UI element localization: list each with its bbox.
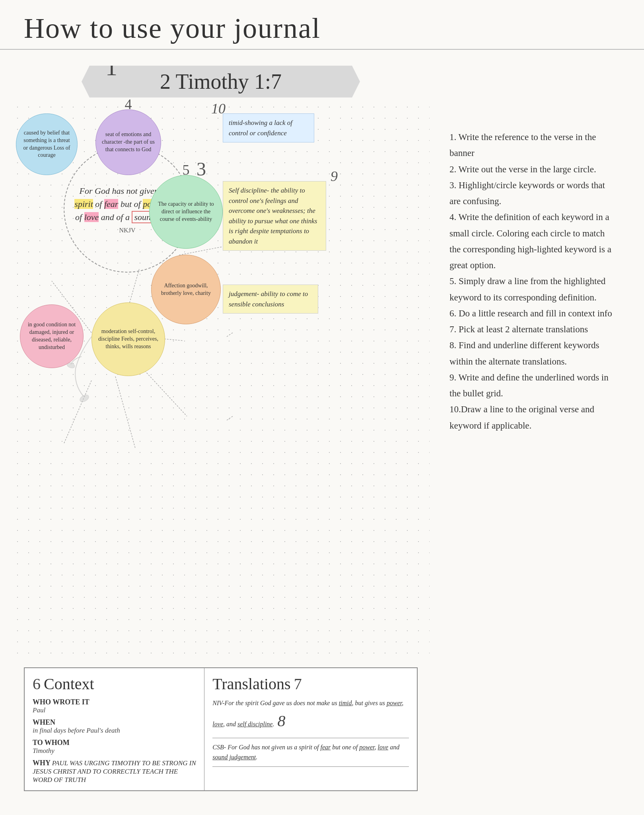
circle-mind-text: moderation self-control, discipline Feel…	[97, 328, 160, 351]
circle-power-text: The capacity or ability to direct or inf…	[154, 201, 218, 223]
translations-number: 7	[294, 675, 302, 693]
instruction-9: 9. Write and define the underlined words…	[449, 372, 609, 398]
bottom-section: 6 Context WHO WROTE IT Paul WHEN in fina…	[12, 659, 430, 815]
context-who-value: Paul	[33, 706, 196, 714]
banner-title: 2 Timothy 1:7	[160, 69, 282, 94]
circle-fear: caused by belief that something is a thr…	[16, 113, 78, 175]
underline-power: power	[387, 700, 402, 706]
def-box-judgement-text: judgement- ability to come to sensible c…	[229, 290, 308, 308]
underline-love2: love	[377, 744, 388, 751]
page-wrapper: How to use your journal 1 2 Timothy 1:7	[0, 0, 644, 815]
circle-spirit-text: seat of emotions and character -the part…	[101, 131, 156, 154]
translation-niv: NIV-For the spirit God gave us does not …	[212, 698, 409, 734]
instruction-4: 4. Write the definition of each keyword …	[449, 212, 611, 270]
page-title: How to use your journal	[24, 12, 620, 45]
circle-number-5: 5	[183, 160, 190, 180]
banner-ribbon: 1 2 Timothy 1:7	[82, 66, 360, 97]
underline-love: love	[212, 721, 223, 727]
translations-header: Translations 7	[212, 675, 409, 693]
context-header: 6 Context	[33, 675, 196, 693]
banner-section: 1 2 Timothy 1:7	[12, 62, 430, 101]
circle-mind: moderation self-control, discipline Feel…	[91, 302, 165, 376]
journal-area: 1 2 Timothy 1:7	[0, 58, 438, 815]
circle-love-text: Affection goodwill, brotherly love, char…	[156, 282, 216, 297]
instruction-7: 7. Pick at least 2 alternate translation…	[449, 324, 588, 334]
def-box-self-discipline: 9 Self discipline- the ability to contro…	[223, 181, 326, 251]
underline-sound-judgement: sound judgement	[212, 754, 256, 760]
context-column: 6 Context WHO WROTE IT Paul WHEN in fina…	[25, 668, 204, 790]
context-number: 6	[33, 675, 41, 693]
number-8: 8	[277, 712, 285, 730]
context-when-value: in final days before Paul's death	[33, 727, 196, 735]
translation-csb: CSB- For God has not given us a spirit o…	[212, 742, 409, 762]
instruction-2: 2. Write out the verse in the large circ…	[449, 164, 596, 174]
def-box-judgement: judgement- ability to come to sensible c…	[223, 285, 318, 314]
box-number-9: 9	[331, 166, 338, 187]
instruction-5: 5. Simply draw a line from the highlight…	[449, 276, 605, 302]
banner-number: 1	[105, 54, 117, 81]
translations-column: Translations 7 NIV-For the spirit God ga…	[204, 668, 417, 790]
keyword-fear: fear	[104, 199, 118, 209]
keyword-spirit: spirit	[74, 199, 93, 209]
verse-ref: NKJV	[119, 227, 136, 234]
bottom-table: 6 Context WHO WROTE IT Paul WHEN in fina…	[24, 667, 418, 791]
circle-power: 5 The capacity or ability to direct or i…	[149, 175, 223, 249]
dot-grid-area: 2 3 For God has not given us a spirit of…	[12, 101, 430, 659]
instruction-10: 10.Draw a line to the original verse and…	[449, 404, 594, 430]
circle-sound-text: in good condition not damaged, injured o…	[25, 321, 78, 351]
circle-love: Affection goodwill, brotherly love, char…	[151, 255, 221, 324]
circle-sound: in good condition not damaged, injured o…	[20, 304, 84, 368]
def-box-timid: 10 timid-showing a lack of control or co…	[223, 113, 314, 142]
main-content: 1 2 Timothy 1:7	[0, 50, 644, 815]
underline-timid: timid	[339, 700, 352, 706]
instruction-6: 6. Do a little research and fill in cont…	[449, 308, 612, 318]
instruction-1: 1. Write the reference to the verse in t…	[449, 132, 596, 158]
def-box-timid-text: timid-showing a lack of control or confi…	[229, 119, 292, 137]
instructions-panel: 1. Write the reference to the verse in t…	[438, 58, 628, 815]
translations-title: Translations	[212, 675, 290, 693]
header: How to use your journal	[0, 0, 644, 50]
translation-divider	[212, 738, 409, 738]
instruction-3: 3. Highlight/circle keywords or words th…	[449, 180, 605, 206]
underline-power2: power	[359, 744, 374, 751]
circle-spirit: 4 seat of emotions and character -the pa…	[95, 109, 161, 175]
underline-self-discipline: self discipline	[237, 721, 272, 727]
instructions-text: 1. Write the reference to the verse in t…	[449, 129, 613, 434]
keyword-love: love	[84, 212, 99, 222]
context-why-label: WHY Paul was urging Timothy to be strong…	[33, 759, 196, 784]
circle-number-4: 4	[125, 95, 132, 114]
box-number-10: 10	[211, 98, 226, 119]
underline-fear: fear	[320, 744, 331, 751]
verse-number-3: 3	[197, 158, 206, 180]
circle-fear-text: caused by belief that something is a thr…	[21, 129, 72, 160]
instruction-8: 8. Find and underline different keywords…	[449, 340, 599, 366]
context-title: Context	[44, 675, 94, 693]
context-whom-label: TO WHOM	[33, 739, 196, 747]
context-whom-value: Timothy	[33, 747, 196, 755]
translation-divider-2	[212, 766, 409, 767]
context-who-label: WHO WROTE IT	[33, 698, 196, 706]
def-box-self-discipline-text: Self discipline- the ability to control …	[229, 187, 317, 245]
context-when-label: WHEN	[33, 718, 196, 727]
